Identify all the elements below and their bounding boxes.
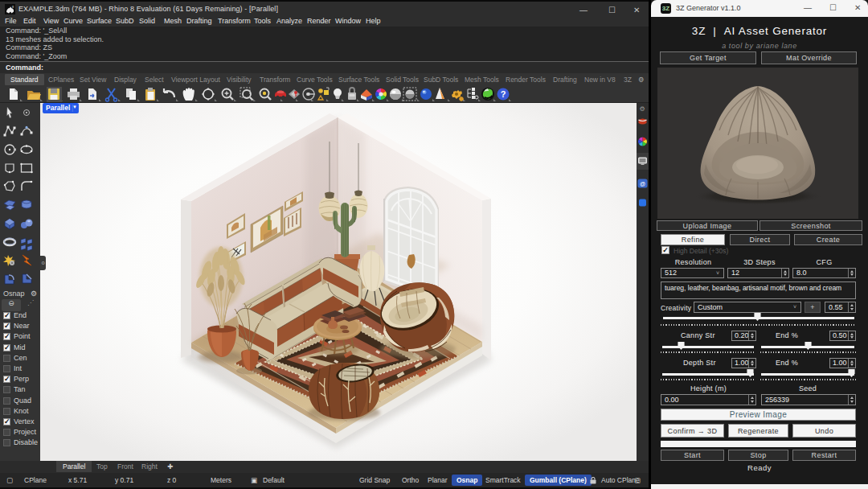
svg-text:@: @ [640,181,645,187]
svg-text:⚙: ⚙ [639,105,645,113]
svg-text:?: ? [501,89,506,99]
